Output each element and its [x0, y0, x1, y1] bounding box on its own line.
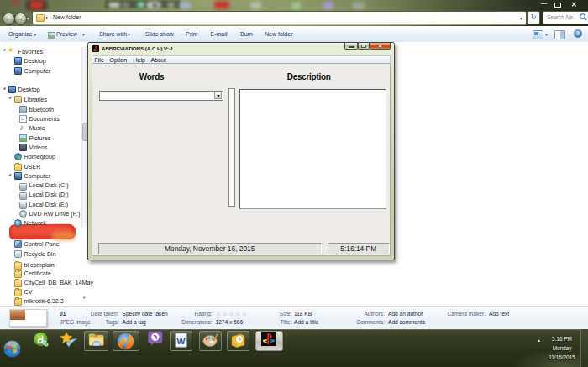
svg-text:W: W — [176, 336, 186, 346]
